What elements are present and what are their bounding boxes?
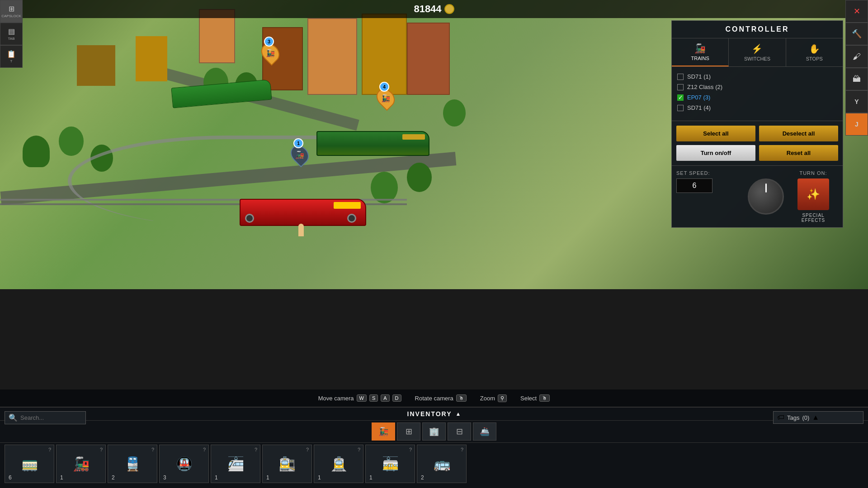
- key-a: A: [381, 394, 389, 402]
- train-item-4[interactable]: SD71 (4): [676, 103, 838, 113]
- speed-value[interactable]: 6: [676, 178, 712, 193]
- inv-item-4-img: 🚇: [166, 454, 202, 474]
- train-name-1: SD71 (1): [687, 73, 711, 80]
- inv-item-2[interactable]: 🚂 1 ?: [56, 445, 106, 483]
- inv-item-9-img: 🚌: [424, 454, 460, 474]
- train-checkbox-1[interactable]: [677, 74, 684, 80]
- tags-section[interactable]: 🏷 Tags (0) ▲: [773, 411, 863, 424]
- currency-value: 81844: [414, 3, 441, 15]
- map-pin-4: 🚂 4: [377, 88, 394, 108]
- inv-item-6-q: ?: [306, 447, 309, 452]
- special-effects-label: SPECIALEFFECTS: [788, 213, 838, 223]
- currency-display: 81844: [414, 3, 454, 15]
- inv-item-1[interactable]: 🚃 6 ?: [5, 445, 54, 483]
- controller-actions: Select all Deselect all Turn on/off Rese…: [672, 121, 843, 166]
- inv-item-9-count: 2: [421, 474, 424, 481]
- landscape-button[interactable]: 🏔: [845, 68, 868, 90]
- close-right-button[interactable]: ✕: [845, 0, 868, 23]
- bottom-bar: 🔍 INVENTORY ▲ 🏷 Tags (0) ▲ 🚂 ⊞ 🏢 ⊟ 🚢 🚃 6…: [0, 407, 868, 488]
- inv-item-9-q: ?: [461, 447, 463, 452]
- t-button[interactable]: 📋 T: [0, 45, 23, 68]
- capslock-button[interactable]: ⊞ CAPSLOCK: [0, 0, 23, 23]
- cat-tab-stations[interactable]: 🏢: [422, 422, 446, 441]
- train-checkbox-3[interactable]: ✓: [677, 94, 684, 101]
- rotate-camera-label: Rotate camera: [415, 395, 453, 402]
- reset-all-button[interactable]: Reset all: [759, 145, 838, 161]
- y-button[interactable]: Y: [845, 90, 868, 113]
- move-camera-label: Move camera: [318, 395, 354, 402]
- paint-button[interactable]: 🖌: [845, 45, 868, 68]
- inv-item-4[interactable]: 🚇 3 ?: [159, 445, 209, 483]
- inv-item-8-q: ?: [409, 447, 412, 452]
- key-d: D: [392, 394, 401, 402]
- cat-tab-trains[interactable]: 🚂: [372, 422, 395, 441]
- cat-tab-special[interactable]: 🚢: [473, 422, 496, 441]
- rotate-key: 🖱: [456, 394, 467, 402]
- train-name-2: Z12 Class (2): [687, 84, 722, 90]
- train-checkbox-4[interactable]: [677, 105, 684, 111]
- cat-tab-platforms[interactable]: ⊟: [448, 422, 471, 441]
- zoom-key: ⚲: [498, 394, 507, 402]
- stops-tab-icon: ✋: [809, 43, 820, 54]
- inv-item-8-count: 1: [369, 474, 373, 481]
- search-icon: 🔍: [9, 413, 18, 422]
- inv-item-5-q: ?: [255, 447, 257, 452]
- train-item-1[interactable]: SD71 (1): [676, 71, 838, 82]
- inv-item-7-count: 1: [318, 474, 321, 481]
- search-bar: 🔍: [5, 411, 86, 424]
- inv-item-3-count: 2: [112, 474, 115, 481]
- inv-item-3[interactable]: 🚆 2 ?: [108, 445, 157, 483]
- train-item-2[interactable]: Z12 Class (2): [676, 82, 838, 92]
- inv-item-5[interactable]: 🚈 1 ?: [211, 445, 260, 483]
- turn-on-label: TURN ON:: [788, 170, 838, 176]
- select-key: 🖱: [539, 394, 550, 402]
- map-pin-3: 🚂 3: [262, 43, 278, 63]
- build-button[interactable]: 🔨: [845, 23, 868, 45]
- top-bar: 81844: [0, 0, 868, 18]
- train-checkbox-2[interactable]: [677, 84, 684, 90]
- move-camera-hint: Move camera W S A D: [318, 394, 401, 402]
- inv-item-8[interactable]: 🚋 1 ?: [365, 445, 415, 483]
- train-item-3[interactable]: ✓ EP07 (3): [676, 92, 838, 103]
- inv-item-1-count: 6: [9, 474, 12, 481]
- stops-tab-label: STOPS: [806, 56, 823, 61]
- inv-item-2-q: ?: [100, 447, 103, 452]
- inv-item-8-img: 🚋: [372, 454, 408, 474]
- tab-stops[interactable]: ✋ STOPS: [786, 38, 843, 66]
- inv-item-3-img: 🚆: [114, 454, 151, 474]
- speed-knob[interactable]: [748, 178, 784, 215]
- speed-knob-area: [748, 170, 784, 223]
- inv-item-3-q: ?: [151, 447, 154, 452]
- inv-item-6[interactable]: 🚉 1 ?: [262, 445, 312, 483]
- tags-label: Tags: [787, 414, 799, 421]
- inv-item-6-img: 🚉: [269, 454, 305, 474]
- controller-bottom: SET SPEED: 6 TURN ON: ✨ SPECIALEFFECTS: [672, 166, 843, 227]
- select-all-button[interactable]: Select all: [676, 126, 755, 141]
- tags-arrow: ▲: [812, 413, 819, 422]
- trains-tab-label: TRAINS: [691, 56, 709, 61]
- inv-item-7-img: 🚊: [321, 454, 357, 474]
- inv-item-4-count: 3: [163, 474, 166, 481]
- cat-tab-tracks[interactable]: ⊞: [397, 422, 420, 441]
- key-w: W: [357, 394, 367, 402]
- tab-button[interactable]: ▤ TAB: [0, 23, 23, 45]
- tab-trains[interactable]: 🚂 TRAINS: [672, 38, 729, 66]
- special-effects-button[interactable]: ✨: [797, 178, 829, 210]
- inv-item-7-q: ?: [358, 447, 360, 452]
- controller-tabs: 🚂 TRAINS ⚡ SWITCHES ✋ STOPS: [672, 38, 843, 67]
- train-name-3: EP07 (3): [687, 94, 710, 101]
- inv-item-1-img: 🚃: [11, 454, 47, 474]
- switches-tab-label: SWITCHES: [744, 56, 770, 61]
- search-input[interactable]: [20, 414, 82, 421]
- j-button[interactable]: J: [845, 113, 868, 136]
- inventory-items: 🚃 6 ? 🚂 1 ? 🚆 2 ? 🚇 3 ? 🚈 1 ? 🚉 1 ?: [0, 443, 868, 485]
- tab-switches[interactable]: ⚡ SWITCHES: [729, 38, 786, 66]
- inventory-title: INVENTORY: [407, 410, 452, 418]
- inv-item-9[interactable]: 🚌 2 ?: [417, 445, 467, 483]
- zoom-hint: Zoom ⚲: [480, 394, 507, 402]
- turn-onoff-button[interactable]: Turn on/off: [676, 145, 755, 161]
- inv-item-7[interactable]: 🚊 1 ?: [314, 445, 363, 483]
- deselect-all-button[interactable]: Deselect all: [759, 126, 838, 141]
- inv-item-2-count: 1: [60, 474, 63, 481]
- right-toolbar: ✕ 🔨 🖌 🏔 Y J: [845, 0, 868, 136]
